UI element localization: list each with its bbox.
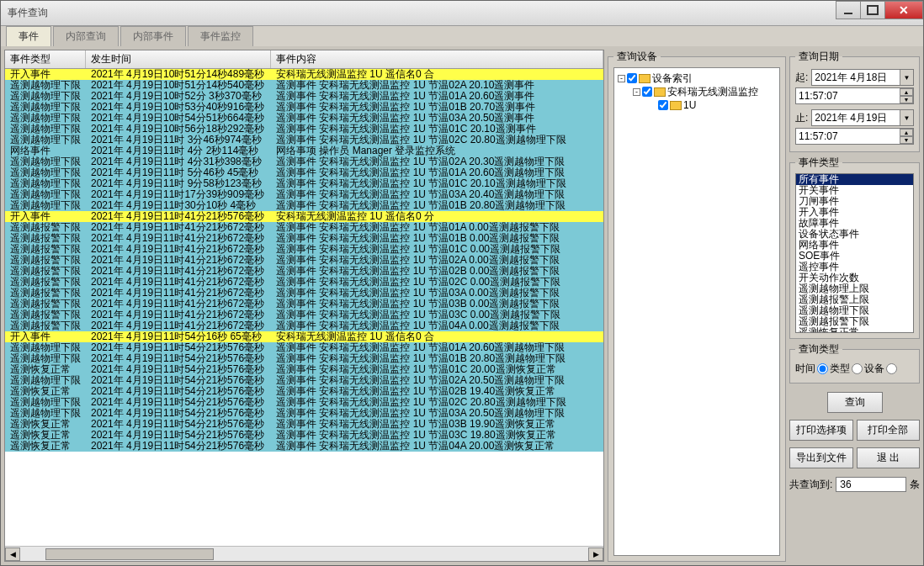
cell-type: 遥测越报警下限 xyxy=(5,320,86,331)
tree-leaf[interactable]: 1U xyxy=(683,98,696,112)
table-row[interactable]: 遥测越物理下限2021年 4月19日11时54分21秒576毫秒遥测事件 安科瑞… xyxy=(5,342,603,353)
table-row[interactable]: 遥测越物理下限2021年 4月19日11时 3分46秒974毫秒遥测事件 安科瑞… xyxy=(5,135,603,145)
table-row[interactable]: 遥测越报警下限2021年 4月19日11时41分21秒672毫秒遥测事件 安科瑞… xyxy=(5,277,603,288)
start-date-picker[interactable]: 2021年 4月18日 ▼ xyxy=(811,69,914,86)
table-row[interactable]: 遥测越物理下限2021年 4月19日10时56分18秒292毫秒遥测事件 安科瑞… xyxy=(5,124,603,135)
table-row[interactable]: 遥测越报警下限2021年 4月19日11时41分21秒672毫秒遥测事件 安科瑞… xyxy=(5,266,603,277)
cell-content: 遥测事件 安科瑞无线测温监控 1U 节温03C 19.80遥测恢复正常 xyxy=(271,430,603,441)
end-date-picker[interactable]: 2021年 4月19日 ▼ xyxy=(811,109,914,126)
cell-time: 2021年 4月19日10时56分18秒292毫秒 xyxy=(86,124,271,135)
folder-icon xyxy=(654,87,666,97)
table-row[interactable]: 遥测越物理下限2021年 4月19日11时54分21秒576毫秒遥测事件 安科瑞… xyxy=(5,397,603,408)
table-row[interactable]: 遥测越报警下限2021年 4月19日11时41分21秒672毫秒遥测事件 安科瑞… xyxy=(5,288,603,299)
table-row[interactable]: 遥测越物理下限2021年 4月19日11时54分21秒576毫秒遥测事件 安科瑞… xyxy=(5,375,603,386)
table-row[interactable]: 遥测越物理下限2021年 4月19日11时 4分31秒398毫秒遥测事件 安科瑞… xyxy=(5,156,603,167)
export-button[interactable]: 导出到文件 xyxy=(789,447,853,468)
col-time[interactable]: 发生时间 xyxy=(86,50,271,68)
end-time-spinner[interactable]: 11:57:07 ▲▼ xyxy=(795,128,914,145)
scroll-thumb[interactable] xyxy=(45,548,214,560)
horizontal-scrollbar[interactable]: ◀ ▶ xyxy=(5,546,603,561)
cell-type: 遥测越报警下限 xyxy=(5,277,86,288)
table-row[interactable]: 遥测越报警下限2021年 4月19日11时41分21秒672毫秒遥测事件 安科瑞… xyxy=(5,255,603,266)
table-row[interactable]: 遥测越物理下限2021年 4月19日10时54分51秒664毫秒遥测事件 安科瑞… xyxy=(5,113,603,124)
cell-type: 遥测越物理下限 xyxy=(5,342,86,353)
scroll-left-icon[interactable]: ◀ xyxy=(5,547,20,561)
cell-type: 遥测越物理下限 xyxy=(5,200,86,211)
tab-2[interactable]: 内部事件 xyxy=(120,26,186,46)
table-row[interactable]: 遥测越报警下限2021年 4月19日11时41分21秒672毫秒遥测事件 安科瑞… xyxy=(5,320,603,331)
root-check[interactable] xyxy=(627,73,637,83)
table-row[interactable]: 遥测越物理下限2021年 4月19日10时51分14秒540毫秒遥测事件 安科瑞… xyxy=(5,80,603,91)
table-row[interactable]: 遥测恢复正常2021年 4月19日11时54分21秒576毫秒遥测事件 安科瑞无… xyxy=(5,386,603,397)
collapse-icon[interactable]: - xyxy=(633,88,640,96)
table-row[interactable]: 遥测越报警下限2021年 4月19日11时41分21秒672毫秒遥测事件 安科瑞… xyxy=(5,233,603,244)
event-type-listbox[interactable]: 所有事件开关事件刀闸事件开入事件故障事件设备状态事件网络事件SOE事件遥控事件开… xyxy=(795,173,914,333)
cell-time: 2021年 4月19日11时41分21秒672毫秒 xyxy=(86,244,271,255)
up-icon[interactable]: ▲ xyxy=(900,129,913,136)
list-item[interactable]: 遥测恢复正常 xyxy=(796,327,913,333)
table-row[interactable]: 遥测越报警下限2021年 4月19日11时41分21秒672毫秒遥测事件 安科瑞… xyxy=(5,222,603,233)
child-check[interactable] xyxy=(642,87,652,97)
cell-time: 2021年 4月19日11时 3分46秒974毫秒 xyxy=(86,135,271,145)
table-row[interactable]: 遥测恢复正常2021年 4月19日11时54分21秒576毫秒遥测事件 安科瑞无… xyxy=(5,430,603,441)
table-row[interactable]: 遥测恢复正常2021年 4月19日11时54分21秒576毫秒遥测事件 安科瑞无… xyxy=(5,441,603,452)
radio-device[interactable]: 设备 xyxy=(864,362,897,376)
table-row[interactable]: 遥测越报警下限2021年 4月19日11时41分21秒672毫秒遥测事件 安科瑞… xyxy=(5,244,603,255)
print-selection-button[interactable]: 打印选择项 xyxy=(789,420,853,441)
down-icon[interactable]: ▼ xyxy=(900,96,913,103)
table-row[interactable]: 遥测越报警下限2021年 4月19日11时41分21秒672毫秒遥测事件 安科瑞… xyxy=(5,299,603,309)
tab-1[interactable]: 内部查询 xyxy=(53,26,119,46)
table-row[interactable]: 遥测越物理下限2021年 4月19日11时 9分58秒123毫秒遥测事件 安科瑞… xyxy=(5,178,603,189)
table-row[interactable]: 遥测越物理下限2021年 4月19日10时53分40秒916毫秒遥测事件 安科瑞… xyxy=(5,102,603,113)
table-row[interactable]: 网络事件2021年 4月19日11时 4分 2秒114毫秒网络事项 操作员 Ma… xyxy=(5,145,603,156)
cell-content: 遥测事件 安科瑞无线测温监控 1U 节温03A 20.50遥测事件 xyxy=(271,113,603,124)
table-row[interactable]: 开入事件2021年 4月19日10时51分14秒489毫秒安科瑞无线测温监控 1… xyxy=(5,69,603,80)
col-type[interactable]: 事件类型 xyxy=(5,50,86,68)
leaf-check[interactable] xyxy=(658,100,668,110)
cell-time: 2021年 4月19日11时17分39秒909毫秒 xyxy=(86,189,271,200)
device-tree[interactable]: - 设备索引 - 安科瑞无线测温监控 1U xyxy=(613,67,780,556)
cell-time: 2021年 4月19日11时54分21秒576毫秒 xyxy=(86,430,271,441)
table-row[interactable]: 遥测恢复正常2021年 4月19日11时54分21秒576毫秒遥测事件 安科瑞无… xyxy=(5,419,603,430)
scroll-right-icon[interactable]: ▶ xyxy=(588,547,603,561)
tab-0[interactable]: 事件 xyxy=(6,26,51,46)
cell-type: 遥测越物理下限 xyxy=(5,80,86,91)
cell-type: 遥测越物理下限 xyxy=(5,178,86,189)
maximize-button[interactable] xyxy=(860,1,885,19)
radio-time[interactable]: 时间 xyxy=(795,362,828,376)
table-row[interactable]: 遥测恢复正常2021年 4月19日11时54分21秒576毫秒遥测事件 安科瑞无… xyxy=(5,364,603,375)
table-row[interactable]: 遥测越报警下限2021年 4月19日11时41分21秒672毫秒遥测事件 安科瑞… xyxy=(5,309,603,320)
cell-time: 2021年 4月19日11时 4分 2秒114毫秒 xyxy=(86,145,271,156)
table-row[interactable]: 开入事件2021年 4月19日11时54分16秒 65毫秒安科瑞无线测温监控 1… xyxy=(5,331,603,342)
chevron-down-icon[interactable]: ▼ xyxy=(900,110,913,125)
table-row[interactable]: 开入事件2021年 4月19日11时41分21秒576毫秒安科瑞无线测温监控 1… xyxy=(5,211,603,222)
cell-content: 遥测事件 安科瑞无线测温监控 1U 节温01A 20.60遥测越物理下限 xyxy=(271,342,603,353)
collapse-icon[interactable]: - xyxy=(618,75,625,82)
start-label: 起: xyxy=(795,71,808,85)
cell-content: 遥测事件 安科瑞无线测温监控 1U 节温02A 20.30遥测越物理下限 xyxy=(271,156,603,167)
print-all-button[interactable]: 打印全部 xyxy=(857,420,921,441)
table-row[interactable]: 遥测越物理下限2021年 4月19日11时30分10秒 4毫秒遥测事件 安科瑞无… xyxy=(5,200,603,211)
down-icon[interactable]: ▼ xyxy=(900,136,913,144)
chevron-down-icon[interactable]: ▼ xyxy=(900,70,913,85)
titlebar: 事件查询 ✕ xyxy=(1,1,923,26)
tree-child[interactable]: 安科瑞无线测温监控 xyxy=(667,85,758,98)
table-row[interactable]: 遥测越物理下限2021年 4月19日11时 5分46秒 45毫秒遥测事件 安科瑞… xyxy=(5,167,603,178)
table-row[interactable]: 遥测越物理下限2021年 4月19日11时17分39秒909毫秒遥测事件 安科瑞… xyxy=(5,189,603,200)
minimize-button[interactable] xyxy=(836,1,861,19)
close-button[interactable]: ✕ xyxy=(884,1,923,19)
cell-time: 2021年 4月19日11时41分21秒576毫秒 xyxy=(86,211,271,222)
up-icon[interactable]: ▲ xyxy=(900,88,913,96)
cell-content: 遥测事件 安科瑞无线测温监控 1U 节温04A 20.00遥测恢复正常 xyxy=(271,441,603,452)
tree-root[interactable]: 设备索引 xyxy=(652,71,693,85)
exit-button[interactable]: 退 出 xyxy=(857,447,921,468)
table-row[interactable]: 遥测越物理下限2021年 4月19日11时54分21秒576毫秒遥测事件 安科瑞… xyxy=(5,353,603,364)
start-time-spinner[interactable]: 11:57:07 ▲▼ xyxy=(795,87,914,104)
query-button[interactable]: 查询 xyxy=(827,392,883,413)
table-row[interactable]: 遥测越物理下限2021年 4月19日10时52分 3秒370毫秒遥测事件 安科瑞… xyxy=(5,91,603,102)
tab-3[interactable]: 事件监控 xyxy=(188,26,253,46)
col-content[interactable]: 事件内容 xyxy=(271,50,603,68)
radio-type[interactable]: 类型 xyxy=(830,362,863,376)
cell-type: 遥测越物理下限 xyxy=(5,353,86,364)
table-row[interactable]: 遥测越物理下限2021年 4月19日11时54分21秒576毫秒遥测事件 安科瑞… xyxy=(5,408,603,419)
